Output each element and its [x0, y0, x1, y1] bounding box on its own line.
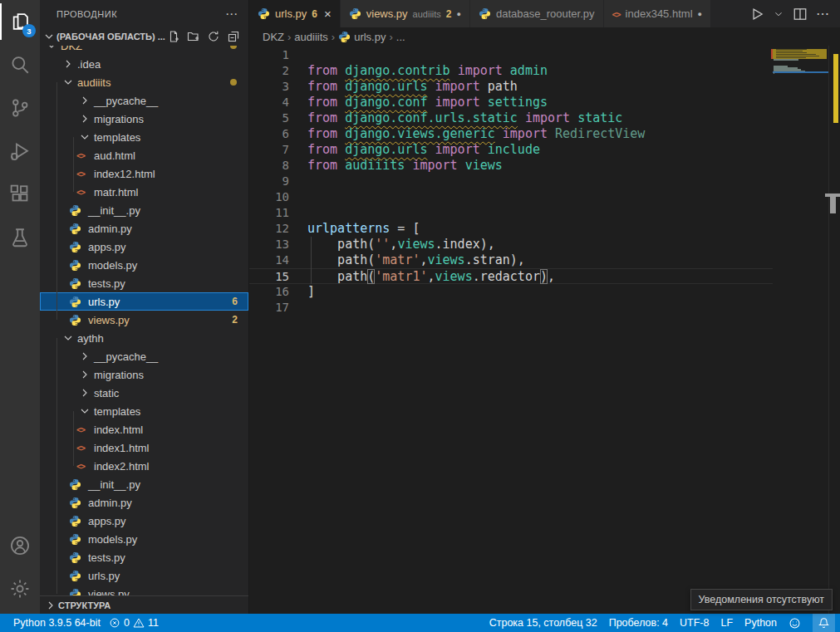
tree-item-label: views.py: [88, 588, 130, 596]
run-and-debug-icon[interactable]: [0, 130, 40, 173]
tree-item-index12.html[interactable]: <>index12.html: [40, 164, 248, 183]
html-file-icon: <>: [74, 425, 87, 434]
file-tree[interactable]: DKZ.ideaaudiiits__pycache__migrationstem…: [40, 46, 248, 595]
workspace-label: (РАБОЧАЯ ОБЛАСТЬ) ...: [56, 32, 165, 42]
breadcrumb-label: ...: [396, 31, 405, 43]
account-icon[interactable]: [0, 524, 40, 567]
tab-views.py[interactable]: views.pyaudiiits2●: [341, 0, 470, 27]
tree-item-urls.py[interactable]: urls.py: [40, 566, 248, 585]
indentation-status[interactable]: Пробелов: 4: [609, 614, 668, 632]
scrollbar[interactable]: [828, 46, 840, 614]
tree-item-aud.html[interactable]: <>aud.html: [40, 146, 248, 164]
split-editor-icon[interactable]: [793, 7, 808, 22]
vscode-window: 3 ПРОВОДНИК ⋯ (РАБОЧАЯ ОБЛАСТЬ) ... DKZ.…: [0, 0, 840, 632]
notifications-bell-icon[interactable]: [813, 614, 835, 632]
collapse-all-icon[interactable]: [227, 30, 240, 43]
dirty-indicator[interactable]: ●: [457, 10, 461, 18]
line-number: 17: [249, 300, 289, 316]
tree-item-__init__.py[interactable]: __init__.py: [40, 475, 248, 493]
tree-item-index1.html[interactable]: <>index1.html: [40, 438, 248, 457]
tree-item-__pycache__[interactable]: __pycache__: [40, 91, 248, 110]
html-file-icon: <>: [74, 151, 87, 160]
python-file-icon: [68, 570, 81, 582]
tab-urls.py[interactable]: urls.py6×: [249, 0, 341, 27]
tab-database_roouter.py[interactable]: database_roouter.py: [470, 0, 604, 27]
tree-item-label: __init__.py: [88, 478, 140, 491]
html-file-icon: <>: [74, 462, 87, 471]
more-actions-icon[interactable]: ⋯: [816, 6, 830, 22]
chevron-right-icon: [43, 599, 58, 612]
run-icon[interactable]: [749, 7, 764, 22]
tree-item-matr.html[interactable]: <>matr.html: [40, 183, 248, 201]
breadcrumb-item-urls.py[interactable]: urls.py: [338, 31, 386, 43]
code-editor[interactable]: 12from django.contrib import admin3from …: [249, 46, 840, 614]
warning-icon: [133, 617, 145, 629]
explorer-icon[interactable]: 3: [0, 0, 40, 43]
tree-item-DKZ[interactable]: DKZ: [40, 46, 248, 55]
tree-indent-guide: [56, 338, 57, 594]
tree-item-admin.py[interactable]: admin.py: [40, 493, 248, 512]
tree-item-views.py[interactable]: views.py2: [40, 311, 248, 329]
tree-item-tests.py[interactable]: tests.py: [40, 274, 248, 292]
tree-item-.idea[interactable]: .idea: [40, 55, 248, 73]
tree-item-admin.py[interactable]: admin.py: [40, 219, 248, 238]
tree-item-urls.py[interactable]: urls.py6: [40, 292, 248, 311]
new-file-icon[interactable]: [167, 30, 180, 43]
tree-item-__init__.py[interactable]: __init__.py: [40, 201, 248, 219]
tree-item-index.html[interactable]: <>index.html: [40, 420, 248, 438]
language-mode-status[interactable]: Python: [744, 614, 777, 632]
breadcrumb-item-...[interactable]: ...: [396, 31, 405, 43]
tree-item-audiiits[interactable]: audiiits: [40, 73, 248, 91]
language-label: Python: [744, 617, 777, 629]
tree-item-apps.py[interactable]: apps.py: [40, 512, 248, 530]
tree-item-aythh[interactable]: aythh: [40, 329, 248, 347]
tree-item-migrations[interactable]: migrations: [40, 365, 248, 384]
tree-item-label: urls.py: [88, 570, 120, 582]
explorer-more-actions-icon[interactable]: ⋯: [225, 7, 238, 22]
problems-status[interactable]: 0 11: [109, 614, 159, 632]
refresh-icon[interactable]: [207, 30, 220, 43]
tree-item-templates[interactable]: templates: [40, 402, 248, 420]
line-number: 3: [249, 79, 289, 95]
cursor-position-status[interactable]: Строка 15, столбец 32: [489, 614, 597, 632]
chevron-down-icon: [78, 130, 91, 144]
feedback-icon[interactable]: [788, 614, 801, 632]
chevron-down-icon: [78, 404, 91, 418]
close-icon[interactable]: ×: [324, 7, 332, 21]
settings-icon[interactable]: [0, 567, 40, 610]
testing-icon[interactable]: [0, 216, 40, 259]
tree-item-index2.html[interactable]: <>index2.html: [40, 457, 248, 475]
extensions-icon[interactable]: [0, 173, 40, 216]
outline-section-header[interactable]: СТРУКТУРА: [40, 595, 248, 614]
tab-index345.html[interactable]: <>index345.html●: [604, 0, 711, 27]
python-file-icon: [68, 241, 81, 253]
tab-label: index345.html: [626, 7, 693, 20]
tree-item-views.py[interactable]: views.py: [40, 585, 248, 595]
tab-bar: urls.py6×views.pyaudiiits2●database_roou…: [249, 0, 840, 27]
workspace-section-header[interactable]: (РАБОЧАЯ ОБЛАСТЬ) ...: [40, 27, 248, 46]
dirty-indicator[interactable]: ●: [698, 10, 702, 18]
tree-item-tests.py[interactable]: tests.py: [40, 548, 248, 566]
tree-item-models.py[interactable]: models.py: [40, 256, 248, 274]
tree-item-models.py[interactable]: models.py: [40, 530, 248, 548]
tree-item-label: index.html: [94, 424, 143, 436]
tree-item-migrations[interactable]: migrations: [40, 110, 248, 128]
tree-item-apps.py[interactable]: apps.py: [40, 238, 248, 256]
source-control-icon[interactable]: [0, 86, 40, 130]
search-icon[interactable]: [0, 43, 40, 86]
tree-item-templates[interactable]: templates: [40, 128, 248, 146]
code-line-8: 8from audiiits import views: [249, 158, 773, 174]
eol-status[interactable]: LF: [720, 614, 733, 632]
encoding-status[interactable]: UTF-8: [680, 614, 709, 632]
breadcrumb-item-DKZ[interactable]: DKZ: [263, 31, 284, 43]
tree-item-__pycache__[interactable]: __pycache__: [40, 347, 248, 365]
breadcrumb-item-audiiits[interactable]: audiiits: [294, 31, 327, 43]
run-dropdown-icon[interactable]: [773, 8, 784, 20]
python-file-icon: [68, 314, 81, 326]
python-interpreter-status[interactable]: Python 3.9.5 64-bit: [13, 614, 101, 632]
new-folder-icon[interactable]: [187, 30, 200, 43]
chevron-down-icon: [45, 46, 58, 52]
tree-item-static[interactable]: static: [40, 384, 248, 402]
tree-item-label: tests.py: [88, 277, 125, 290]
minimap[interactable]: [773, 47, 828, 147]
